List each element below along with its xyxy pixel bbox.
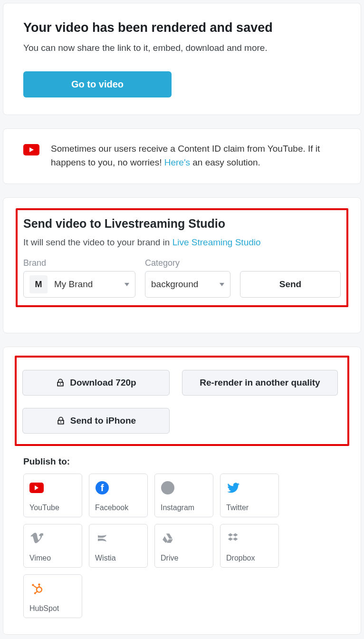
tile-label: YouTube — [29, 503, 76, 512]
publish-wistia[interactable]: Wistia — [89, 524, 148, 568]
svg-point-3 — [38, 583, 40, 585]
tile-label: Drive — [161, 554, 207, 562]
category-select[interactable]: background — [145, 271, 230, 298]
publish-instagram[interactable]: Instagram — [154, 474, 213, 517]
publish-dropbox[interactable]: Dropbox — [220, 524, 279, 568]
category-value: background — [151, 279, 220, 290]
live-streaming-studio-link[interactable]: Live Streaming Studio — [172, 237, 261, 247]
actions-publish-card: Download 720p Re-render in another quali… — [3, 347, 361, 635]
send-button[interactable]: Send — [240, 271, 341, 298]
tile-label: Wistia — [95, 554, 142, 562]
brand-badge: M — [29, 275, 48, 293]
category-label: Category — [145, 258, 230, 268]
download-button[interactable]: Download 720p — [22, 370, 170, 396]
livestream-subtitle: It will send the video to your brand in … — [23, 237, 341, 248]
svg-line-7 — [34, 586, 37, 588]
livestream-title: Send video to Livestreaming Studio — [23, 217, 341, 231]
instagram-icon — [161, 481, 174, 494]
lock-icon — [56, 378, 65, 387]
livestream-card: Send video to Livestreaming Studio It wi… — [3, 197, 361, 333]
publish-drive[interactable]: Drive — [154, 524, 213, 568]
brand-label: Brand — [23, 258, 135, 268]
publish-facebook[interactable]: f Facebook — [89, 474, 148, 517]
chevron-down-icon — [220, 283, 224, 286]
tile-label: Facebook — [95, 503, 142, 512]
notice-text: Sometimes our users receive a Content ID… — [51, 142, 341, 169]
vimeo-icon — [29, 531, 44, 545]
send-to-iphone-button[interactable]: Send to iPhone — [22, 408, 170, 434]
publish-youtube[interactable]: YouTube — [23, 474, 82, 517]
page-title: Your video has been rendered and saved — [23, 20, 341, 35]
lock-icon — [56, 416, 66, 426]
highlight-box-actions: Download 720p Re-render in another quali… — [15, 356, 349, 446]
svg-point-1 — [60, 421, 61, 422]
publish-hubspot[interactable]: HubSpot — [23, 574, 82, 618]
tile-label: Twitter — [226, 503, 273, 512]
brand-select[interactable]: M My Brand — [23, 271, 135, 298]
go-to-video-button[interactable]: Go to video — [23, 71, 172, 97]
notice-link[interactable]: Here's — [164, 157, 190, 167]
youtube-icon — [23, 144, 39, 155]
tile-label: Dropbox — [226, 554, 273, 562]
hubspot-icon — [29, 581, 44, 596]
brand-value: My Brand — [54, 279, 125, 290]
twitter-icon — [226, 481, 240, 495]
publish-grid: YouTube f Facebook Instagram Twitter Vim… — [23, 474, 341, 618]
publish-label: Publish to: — [23, 456, 341, 467]
rerender-button[interactable]: Re-render in another quality — [182, 370, 338, 396]
tile-label: Instagram — [161, 503, 207, 512]
publish-twitter[interactable]: Twitter — [220, 474, 279, 517]
category-field: Category background — [145, 258, 230, 298]
dropbox-icon — [226, 531, 240, 545]
svg-point-0 — [60, 383, 61, 384]
svg-line-8 — [36, 591, 38, 593]
facebook-icon: f — [96, 481, 109, 494]
page-subtitle: You can now share the link to it, embed,… — [23, 43, 341, 53]
youtube-icon — [29, 483, 44, 493]
highlight-box-livestream: Send video to Livestreaming Studio It wi… — [16, 208, 348, 307]
chevron-down-icon — [125, 283, 129, 286]
publish-vimeo[interactable]: Vimeo — [23, 524, 82, 568]
svg-point-4 — [32, 584, 34, 586]
drive-icon — [161, 531, 175, 545]
youtube-notice-card: Sometimes our users receive a Content ID… — [3, 128, 361, 184]
tile-label: HubSpot — [29, 604, 76, 613]
render-complete-card: Your video has been rendered and saved Y… — [3, 3, 361, 115]
brand-field: Brand M My Brand — [23, 258, 135, 298]
tile-label: Vimeo — [29, 554, 76, 562]
wistia-icon — [95, 531, 109, 545]
